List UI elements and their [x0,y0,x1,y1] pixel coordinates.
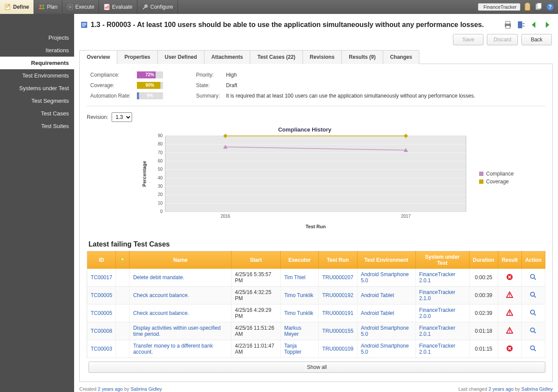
clipboard-icon[interactable] [523,3,532,11]
top-tab-evaluate[interactable]: Evaluate [99,0,137,14]
project-name: FinanceTracker [483,4,517,10]
executor-link[interactable]: Markus Meyer [284,325,301,337]
env-link[interactable]: Android Smartphone 5.0 [361,325,409,337]
tc-name-link[interactable]: Transfer money to a different bank accou… [133,343,213,355]
top-tab-execute[interactable]: Execute [62,0,99,14]
detail-tab-attachments[interactable]: Attachments [204,50,251,64]
view-action[interactable] [530,276,537,282]
copy-icon[interactable] [534,3,543,11]
changed-age-link[interactable]: 2 years ago [489,386,514,392]
sidebar-item-iterations[interactable]: Iterations [0,44,74,57]
executor-link[interactable]: Tim Thiel [284,274,306,280]
env-link[interactable]: Android Smartphone 5.0 [361,343,409,355]
svg-line-67 [534,314,536,315]
nav-prev-icon[interactable] [529,20,539,30]
sut-link[interactable]: FinanceTracker 2.0.1 [419,271,456,284]
sut-link[interactable]: FinanceTracker 2.1.0 [419,289,456,301]
svg-rect-7 [72,7,74,7]
sidebar-item-test-segments[interactable]: Test Segments [0,95,74,107]
tc-name-link[interactable]: Check account balance. [133,292,189,298]
col-result[interactable]: Result [498,251,521,269]
top-toolbar: DefinePlanExecuteEvaluateConfigure Finan… [0,0,558,14]
nav-next-icon[interactable] [542,20,552,30]
executor-link[interactable]: Timo Tunklik [284,292,313,298]
tc-id-link[interactable]: TC00017 [91,274,112,280]
detail-tab-results-9-[interactable]: Results (9) [341,50,383,64]
col-test-run[interactable]: Test Run [319,251,357,269]
summary-label: Summary: [194,91,223,101]
run-link[interactable]: TRU0000109 [322,346,353,352]
view-action[interactable] [530,294,537,300]
compliance-chart: Compliance History0102030405060708090Per… [139,125,470,230]
col-test-environment[interactable]: Test Environment [357,251,415,269]
executor-link[interactable]: Tanja Toppler [284,343,301,355]
executor-link[interactable]: Timo Tunklik [284,310,313,316]
env-link[interactable]: Android Smartphone 5.0 [361,271,409,284]
run-link[interactable]: TRU0000155 [322,328,353,334]
view-action[interactable] [530,347,537,353]
tc-name-link[interactable]: Check account balance. [133,310,189,316]
run-link[interactable]: TRU0000191 [322,310,353,316]
tc-name-link[interactable]: Delete debit mandate. [133,274,184,280]
show-all-button[interactable]: Show all [88,362,545,373]
top-tab-plan[interactable]: Plan [34,0,62,14]
env-link[interactable]: Android Tablet [361,310,395,316]
top-tab-label: Define [13,4,29,10]
detail-tab-changes[interactable]: Changes [383,50,420,64]
created-age-link[interactable]: 2 years ago [98,386,122,392]
changed-user-link[interactable]: Sabrina Gidley [521,386,553,392]
sidebar-item-requirements[interactable]: Requirements [0,57,74,69]
col-bulb[interactable] [116,251,129,269]
col-duration[interactable]: Duration [469,251,498,269]
svg-rect-60 [509,294,510,296]
sidebar-item-test-suites[interactable]: Test Suites [0,120,74,132]
env-link[interactable]: Android Tablet [361,292,395,298]
top-tab-configure[interactable]: Configure [137,0,178,14]
revision-select[interactable]: 1.3 [112,112,132,122]
svg-line-71 [534,331,536,333]
tc-id-link[interactable]: TC00003 [91,346,112,352]
detail-tab-revisions[interactable]: Revisions [303,50,342,64]
tc-name-link[interactable]: Display activities within user-specified… [133,325,221,337]
svg-rect-4 [70,3,71,5]
sidebar-item-systems-under-test[interactable]: Systems under Test [0,82,74,95]
back-button[interactable]: Back [521,34,552,45]
tc-id-link[interactable]: TC00005 [91,292,112,298]
top-tab-define[interactable]: Define [0,0,34,14]
col-start[interactable]: Start [231,251,281,269]
project-selector[interactable]: FinanceTracker [478,3,521,11]
col-system-under-test[interactable]: System under Test [415,251,469,269]
svg-point-3 [69,6,71,8]
print-icon[interactable] [503,20,513,30]
col-name[interactable]: Name [129,251,231,269]
sidebar-item-test-cases[interactable]: Test Cases [0,107,74,120]
sut-link[interactable]: FinanceTracker 2.0.1 [419,343,456,355]
col-executor[interactable]: Executor [280,251,318,269]
detail-tab-properties[interactable]: Properties [117,50,157,64]
tc-id-link[interactable]: TC00005 [91,310,112,316]
export-icon[interactable] [516,20,526,30]
detail-tab-test-cases-22-[interactable]: Test Cases (22) [250,50,303,64]
sidebar-item-test-environments[interactable]: Test Environments [0,69,74,82]
col-action[interactable]: Action [521,251,545,269]
run-link[interactable]: TRU0000192 [322,292,353,298]
run-link[interactable]: TRU0000207 [322,274,353,280]
error-icon [506,274,513,280]
sut-link[interactable]: FinanceTracker 2.0.0 [419,307,456,319]
result-cell [498,322,521,340]
detail-tab-overview[interactable]: Overview [79,50,117,64]
tc-id-link[interactable]: TC00008 [91,328,112,334]
discard-button[interactable]: Discard [487,34,518,45]
detail-tab-user-defined[interactable]: User Defined [157,50,204,64]
help-icon[interactable]: ? [546,3,555,11]
created-user-link[interactable]: Sabrina Gidley [130,386,162,392]
save-button[interactable]: Save [453,34,483,45]
summary-value: It is required that at least 100 users c… [223,91,478,101]
sidebar-item-projects[interactable]: Projects [0,31,74,44]
sut-link[interactable]: FinanceTracker 2.0.1 [419,325,456,337]
col-id[interactable]: ID [87,251,116,269]
view-action[interactable] [530,329,537,335]
view-action[interactable] [530,311,537,318]
failing-tests-table: IDNameStartExecutorTest RunTest Environm… [87,251,545,358]
svg-rect-19 [537,3,541,9]
